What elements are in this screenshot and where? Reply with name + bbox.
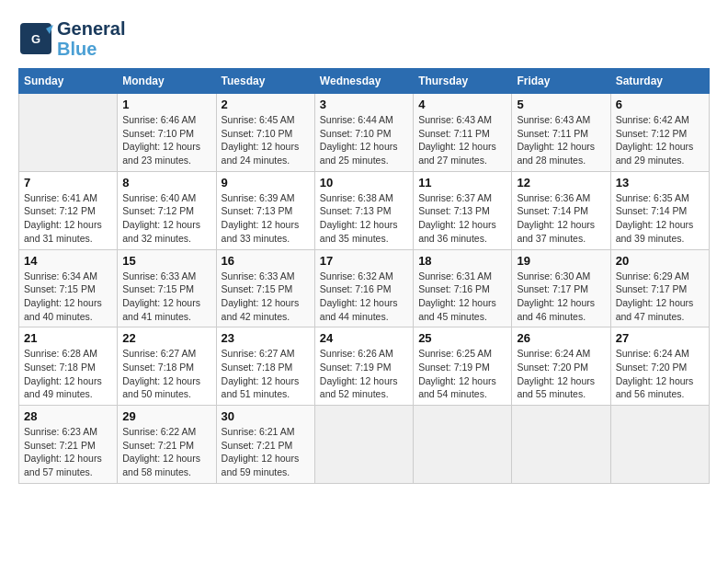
calendar-cell: 14Sunrise: 6:34 AMSunset: 7:15 PMDayligh… [19, 249, 118, 327]
day-info: Sunrise: 6:28 AMSunset: 7:18 PMDaylight:… [24, 347, 112, 401]
calendar-cell: 20Sunrise: 6:29 AMSunset: 7:17 PMDayligh… [610, 249, 709, 327]
day-number: 23 [222, 331, 310, 345]
calendar-cell: 13Sunrise: 6:35 AMSunset: 7:14 PMDayligh… [610, 171, 709, 249]
day-info: Sunrise: 6:44 AMSunset: 7:10 PMDaylight:… [320, 113, 408, 167]
weekday-header-monday: Monday [118, 69, 216, 94]
calendar-cell: 17Sunrise: 6:32 AMSunset: 7:16 PMDayligh… [314, 249, 413, 327]
calendar-cell [512, 406, 610, 484]
calendar-cell: 26Sunrise: 6:24 AMSunset: 7:20 PMDayligh… [512, 327, 610, 406]
day-number: 16 [222, 254, 310, 268]
weekday-header-tuesday: Tuesday [216, 69, 314, 94]
day-number: 24 [320, 331, 408, 345]
week-row-3: 14Sunrise: 6:34 AMSunset: 7:15 PMDayligh… [19, 249, 710, 327]
day-info: Sunrise: 6:35 AMSunset: 7:14 PMDaylight:… [616, 191, 704, 246]
weekday-header-thursday: Thursday [414, 69, 512, 94]
day-number: 14 [24, 254, 112, 268]
logo-icon: G [18, 21, 53, 56]
day-info: Sunrise: 6:29 AMSunset: 7:17 PMDaylight:… [616, 270, 704, 324]
day-info: Sunrise: 6:41 AMSunset: 7:12 PMDaylight:… [24, 191, 112, 246]
day-number: 1 [122, 98, 210, 111]
day-info: Sunrise: 6:33 AMSunset: 7:15 PMDaylight:… [122, 270, 210, 324]
calendar-cell: 12Sunrise: 6:36 AMSunset: 7:14 PMDayligh… [512, 171, 610, 249]
calendar-table: SundayMondayTuesdayWednesdayThursdayFrid… [18, 68, 710, 484]
calendar-cell: 1Sunrise: 6:46 AMSunset: 7:10 PMDaylight… [118, 94, 216, 172]
week-row-4: 21Sunrise: 6:28 AMSunset: 7:18 PMDayligh… [19, 327, 710, 406]
day-info: Sunrise: 6:23 AMSunset: 7:21 PMDaylight:… [24, 425, 112, 479]
logo: G General Blue [18, 18, 125, 59]
day-info: Sunrise: 6:30 AMSunset: 7:17 PMDaylight:… [517, 270, 605, 324]
day-number: 15 [122, 254, 210, 268]
day-number: 17 [320, 254, 408, 268]
calendar-cell [414, 406, 512, 484]
calendar-cell: 8Sunrise: 6:40 AMSunset: 7:12 PMDaylight… [118, 171, 216, 249]
day-number: 5 [517, 98, 605, 111]
day-number: 18 [418, 254, 506, 268]
day-number: 10 [320, 176, 408, 190]
calendar-cell [314, 406, 413, 484]
day-info: Sunrise: 6:27 AMSunset: 7:18 PMDaylight:… [122, 347, 210, 401]
svg-text:G: G [31, 32, 40, 46]
day-info: Sunrise: 6:43 AMSunset: 7:11 PMDaylight:… [517, 113, 605, 167]
calendar-cell: 25Sunrise: 6:25 AMSunset: 7:19 PMDayligh… [414, 327, 512, 406]
day-info: Sunrise: 6:24 AMSunset: 7:20 PMDaylight:… [616, 347, 704, 401]
calendar-cell: 15Sunrise: 6:33 AMSunset: 7:15 PMDayligh… [118, 249, 216, 327]
calendar-cell: 3Sunrise: 6:44 AMSunset: 7:10 PMDaylight… [314, 94, 413, 172]
day-number: 9 [222, 176, 310, 190]
day-info: Sunrise: 6:45 AMSunset: 7:10 PMDaylight:… [222, 113, 310, 167]
week-row-2: 7Sunrise: 6:41 AMSunset: 7:12 PMDaylight… [19, 171, 710, 249]
calendar-cell: 10Sunrise: 6:38 AMSunset: 7:13 PMDayligh… [314, 171, 413, 249]
calendar-cell: 29Sunrise: 6:22 AMSunset: 7:21 PMDayligh… [118, 406, 216, 484]
day-number: 30 [222, 409, 310, 423]
weekday-header-row: SundayMondayTuesdayWednesdayThursdayFrid… [19, 69, 710, 94]
weekday-header-wednesday: Wednesday [314, 69, 413, 94]
day-number: 13 [616, 176, 704, 190]
page-header: G General Blue [18, 18, 710, 59]
weekday-header-sunday: Sunday [19, 69, 118, 94]
day-number: 2 [222, 98, 310, 111]
calendar-cell: 27Sunrise: 6:24 AMSunset: 7:20 PMDayligh… [610, 327, 709, 406]
day-info: Sunrise: 6:21 AMSunset: 7:21 PMDaylight:… [222, 425, 310, 479]
day-info: Sunrise: 6:43 AMSunset: 7:11 PMDaylight:… [418, 113, 506, 167]
calendar-cell: 7Sunrise: 6:41 AMSunset: 7:12 PMDaylight… [19, 171, 118, 249]
day-info: Sunrise: 6:31 AMSunset: 7:16 PMDaylight:… [418, 270, 506, 324]
weekday-header-saturday: Saturday [610, 69, 709, 94]
calendar-cell: 9Sunrise: 6:39 AMSunset: 7:13 PMDaylight… [216, 171, 314, 249]
week-row-5: 28Sunrise: 6:23 AMSunset: 7:21 PMDayligh… [19, 406, 710, 484]
calendar-cell: 4Sunrise: 6:43 AMSunset: 7:11 PMDaylight… [414, 94, 512, 172]
day-number: 8 [122, 176, 210, 190]
day-info: Sunrise: 6:27 AMSunset: 7:18 PMDaylight:… [222, 347, 310, 401]
day-info: Sunrise: 6:39 AMSunset: 7:13 PMDaylight:… [222, 191, 310, 246]
calendar-cell: 18Sunrise: 6:31 AMSunset: 7:16 PMDayligh… [414, 249, 512, 327]
calendar-cell: 22Sunrise: 6:27 AMSunset: 7:18 PMDayligh… [118, 327, 216, 406]
day-number: 19 [517, 254, 605, 268]
day-info: Sunrise: 6:40 AMSunset: 7:12 PMDaylight:… [122, 191, 210, 246]
day-number: 29 [122, 409, 210, 423]
day-info: Sunrise: 6:36 AMSunset: 7:14 PMDaylight:… [517, 191, 605, 246]
day-number: 22 [122, 331, 210, 345]
day-info: Sunrise: 6:34 AMSunset: 7:15 PMDaylight:… [24, 270, 112, 324]
day-number: 26 [517, 331, 605, 345]
day-number: 12 [517, 176, 605, 190]
day-info: Sunrise: 6:33 AMSunset: 7:15 PMDaylight:… [222, 270, 310, 324]
calendar-cell: 16Sunrise: 6:33 AMSunset: 7:15 PMDayligh… [216, 249, 314, 327]
day-info: Sunrise: 6:42 AMSunset: 7:12 PMDaylight:… [616, 113, 704, 167]
day-number: 7 [24, 176, 112, 190]
calendar-cell: 6Sunrise: 6:42 AMSunset: 7:12 PMDaylight… [610, 94, 709, 172]
day-info: Sunrise: 6:38 AMSunset: 7:13 PMDaylight:… [320, 191, 408, 246]
day-info: Sunrise: 6:25 AMSunset: 7:19 PMDaylight:… [418, 347, 506, 401]
day-number: 20 [616, 254, 704, 268]
calendar-cell: 21Sunrise: 6:28 AMSunset: 7:18 PMDayligh… [19, 327, 118, 406]
calendar-cell: 28Sunrise: 6:23 AMSunset: 7:21 PMDayligh… [19, 406, 118, 484]
day-info: Sunrise: 6:37 AMSunset: 7:13 PMDaylight:… [418, 191, 506, 246]
day-number: 3 [320, 98, 408, 111]
day-number: 11 [418, 176, 506, 190]
day-number: 21 [24, 331, 112, 345]
calendar-cell: 19Sunrise: 6:30 AMSunset: 7:17 PMDayligh… [512, 249, 610, 327]
day-info: Sunrise: 6:32 AMSunset: 7:16 PMDaylight:… [320, 270, 408, 324]
day-info: Sunrise: 6:26 AMSunset: 7:19 PMDaylight:… [320, 347, 408, 401]
calendar-cell: 5Sunrise: 6:43 AMSunset: 7:11 PMDaylight… [512, 94, 610, 172]
weekday-header-friday: Friday [512, 69, 610, 94]
day-info: Sunrise: 6:46 AMSunset: 7:10 PMDaylight:… [122, 113, 210, 167]
day-info: Sunrise: 6:22 AMSunset: 7:21 PMDaylight:… [122, 425, 210, 479]
day-number: 27 [616, 331, 704, 345]
